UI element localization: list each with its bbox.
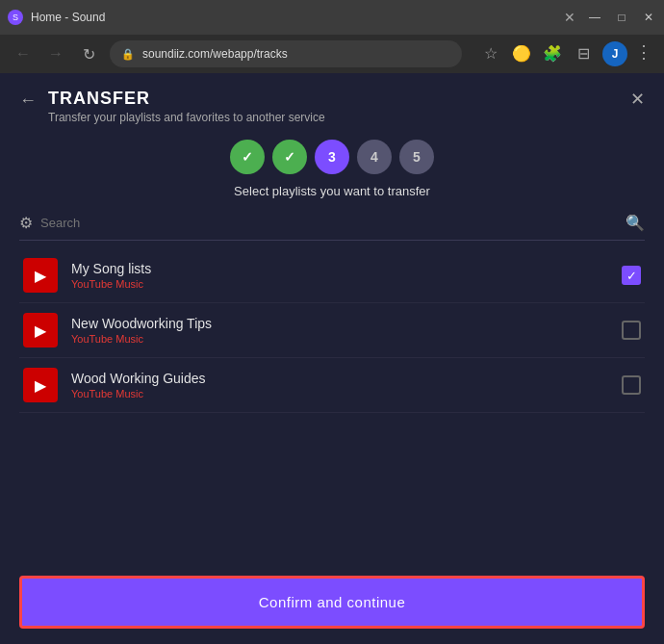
extension2-icon[interactable]: 🧩	[541, 41, 564, 64]
transfer-title: TRANSFER	[48, 89, 325, 109]
playlist-thumb-2: ▶	[23, 313, 58, 348]
step-1: ✓	[230, 140, 265, 174]
back-nav-btn[interactable]: ←	[12, 42, 35, 65]
playlist-thumb-3: ▶	[23, 368, 58, 402]
cast-icon[interactable]: ⊟	[572, 41, 595, 64]
search-icon[interactable]: 🔍	[626, 214, 645, 232]
playlist-name-2: New Woodworking Tips	[71, 316, 622, 331]
forward-nav-btn[interactable]: →	[44, 42, 67, 65]
bottom-section: Confirm and continue	[19, 564, 645, 629]
modal-container: ← TRANSFER Transfer your playlists and f…	[0, 73, 664, 644]
bookmark-icon[interactable]: ☆	[479, 41, 502, 64]
lock-icon: 🔒	[121, 48, 135, 61]
title-bar: S Home - Sound ✕ — □ ✕	[0, 0, 664, 35]
filter-icon[interactable]: ⚙	[19, 214, 33, 232]
address-bar: ← → ↻ 🔒 soundiiz.com/webapp/tracks ☆ 🟡 🧩…	[0, 35, 664, 73]
playlist-list: ▶ My Song lists YouTube Music ▶ New Wood…	[19, 248, 645, 564]
playlist-info-1: My Song lists YouTube Music	[71, 261, 622, 290]
play-icon-2: ▶	[35, 322, 46, 340]
url-bar[interactable]: 🔒 soundiiz.com/webapp/tracks	[110, 40, 462, 67]
list-item[interactable]: ▶ New Woodworking Tips YouTube Music	[19, 303, 645, 358]
refresh-btn[interactable]: ↻	[77, 42, 100, 65]
header-title-block: TRANSFER Transfer your playlists and fav…	[48, 89, 325, 124]
list-item[interactable]: ▶ My Song lists YouTube Music	[19, 248, 645, 303]
tab-close-btn[interactable]: ✕	[560, 8, 579, 27]
playlist-checkbox-3[interactable]	[622, 375, 641, 395]
steps-container: ✓ ✓ 3 4 5	[19, 140, 645, 174]
browser-chrome: S Home - Sound ✕ — □ ✕ ← → ↻ 🔒 soundiiz.…	[0, 0, 664, 73]
modal-header: ← TRANSFER Transfer your playlists and f…	[19, 89, 645, 124]
list-item[interactable]: ▶ Wood Working Guides YouTube Music	[19, 358, 645, 413]
playlist-source-1: YouTube Music	[71, 278, 622, 290]
tab-title: Home - Sound	[31, 11, 552, 24]
playlist-name-1: My Song lists	[71, 261, 622, 276]
step-4: 4	[357, 140, 392, 174]
step-5: 5	[399, 140, 434, 174]
toolbar-icons: ☆ 🟡 🧩 ⊟ J ⋮	[479, 41, 652, 66]
playlist-checkbox-2[interactable]	[622, 321, 641, 340]
search-row: ⚙ 🔍	[19, 214, 645, 241]
step-3: 3	[315, 140, 349, 174]
step-instruction: Select playlists you want to transfer	[19, 184, 645, 198]
back-button[interactable]: ←	[19, 90, 37, 111]
playlist-info-2: New Woodworking Tips YouTube Music	[71, 316, 622, 345]
app-content: ← TRANSFER Transfer your playlists and f…	[0, 73, 664, 644]
playlist-source-3: YouTube Music	[71, 388, 622, 399]
playlist-checkbox-1[interactable]	[622, 266, 641, 285]
confirm-continue-button[interactable]: Confirm and continue	[19, 576, 645, 629]
profile-avatar[interactable]: J	[602, 41, 627, 66]
minimize-btn[interactable]: —	[587, 11, 602, 24]
playlist-source-2: YouTube Music	[71, 333, 622, 345]
tab-favicon: S	[8, 10, 23, 25]
window-close-btn[interactable]: ✕	[641, 11, 656, 24]
playlist-name-3: Wood Working Guides	[71, 371, 622, 386]
header-left: ← TRANSFER Transfer your playlists and f…	[19, 89, 325, 124]
play-icon-3: ▶	[35, 376, 46, 395]
window-controls: — □ ✕	[587, 11, 656, 24]
extension1-icon[interactable]: 🟡	[510, 41, 533, 64]
url-text: soundiiz.com/webapp/tracks	[142, 47, 288, 61]
play-icon-1: ▶	[35, 267, 46, 285]
playlist-thumb-1: ▶	[23, 258, 58, 293]
search-input[interactable]	[40, 216, 618, 230]
transfer-subtitle: Transfer your playlists and favorites to…	[48, 111, 325, 124]
maximize-btn[interactable]: □	[614, 11, 629, 24]
playlist-info-3: Wood Working Guides YouTube Music	[71, 371, 622, 399]
browser-menu-btn[interactable]: ⋮	[635, 41, 652, 66]
modal-close-btn[interactable]: ✕	[630, 89, 645, 110]
step-2: ✓	[272, 140, 307, 174]
